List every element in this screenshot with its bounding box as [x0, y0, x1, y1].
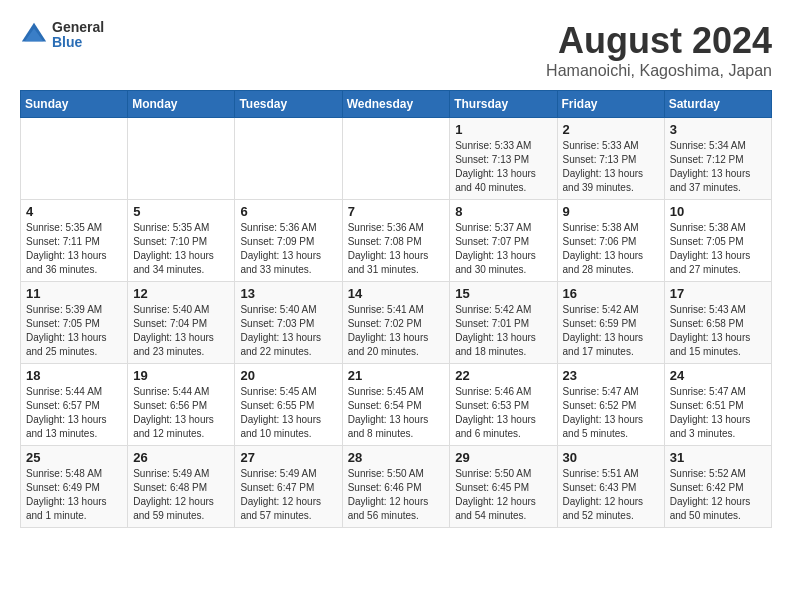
day-number: 8: [455, 204, 551, 219]
day-number: 4: [26, 204, 122, 219]
day-number: 11: [26, 286, 122, 301]
day-number: 2: [563, 122, 659, 137]
calendar-cell: 8Sunrise: 5:37 AM Sunset: 7:07 PM Daylig…: [450, 200, 557, 282]
calendar-cell: 4Sunrise: 5:35 AM Sunset: 7:11 PM Daylig…: [21, 200, 128, 282]
day-info: Sunrise: 5:50 AM Sunset: 6:46 PM Dayligh…: [348, 467, 445, 523]
day-info: Sunrise: 5:35 AM Sunset: 7:10 PM Dayligh…: [133, 221, 229, 277]
day-header: Friday: [557, 91, 664, 118]
day-number: 9: [563, 204, 659, 219]
calendar-week: 4Sunrise: 5:35 AM Sunset: 7:11 PM Daylig…: [21, 200, 772, 282]
day-info: Sunrise: 5:39 AM Sunset: 7:05 PM Dayligh…: [26, 303, 122, 359]
logo-blue-text: Blue: [52, 35, 104, 50]
day-info: Sunrise: 5:47 AM Sunset: 6:51 PM Dayligh…: [670, 385, 766, 441]
day-info: Sunrise: 5:37 AM Sunset: 7:07 PM Dayligh…: [455, 221, 551, 277]
day-info: Sunrise: 5:46 AM Sunset: 6:53 PM Dayligh…: [455, 385, 551, 441]
day-number: 5: [133, 204, 229, 219]
day-number: 22: [455, 368, 551, 383]
calendar-cell: 27Sunrise: 5:49 AM Sunset: 6:47 PM Dayli…: [235, 446, 342, 528]
day-number: 24: [670, 368, 766, 383]
day-number: 23: [563, 368, 659, 383]
day-info: Sunrise: 5:52 AM Sunset: 6:42 PM Dayligh…: [670, 467, 766, 523]
day-header: Thursday: [450, 91, 557, 118]
day-info: Sunrise: 5:42 AM Sunset: 6:59 PM Dayligh…: [563, 303, 659, 359]
day-info: Sunrise: 5:34 AM Sunset: 7:12 PM Dayligh…: [670, 139, 766, 195]
logo-icon: [20, 21, 48, 49]
day-number: 1: [455, 122, 551, 137]
calendar-cell: 23Sunrise: 5:47 AM Sunset: 6:52 PM Dayli…: [557, 364, 664, 446]
day-number: 6: [240, 204, 336, 219]
calendar-cell: 12Sunrise: 5:40 AM Sunset: 7:04 PM Dayli…: [128, 282, 235, 364]
day-info: Sunrise: 5:49 AM Sunset: 6:48 PM Dayligh…: [133, 467, 229, 523]
calendar-cell: 20Sunrise: 5:45 AM Sunset: 6:55 PM Dayli…: [235, 364, 342, 446]
day-info: Sunrise: 5:36 AM Sunset: 7:08 PM Dayligh…: [348, 221, 445, 277]
calendar-cell: 2Sunrise: 5:33 AM Sunset: 7:13 PM Daylig…: [557, 118, 664, 200]
calendar-cell: 29Sunrise: 5:50 AM Sunset: 6:45 PM Dayli…: [450, 446, 557, 528]
day-info: Sunrise: 5:50 AM Sunset: 6:45 PM Dayligh…: [455, 467, 551, 523]
calendar-cell: 14Sunrise: 5:41 AM Sunset: 7:02 PM Dayli…: [342, 282, 450, 364]
day-header: Saturday: [664, 91, 771, 118]
day-number: 12: [133, 286, 229, 301]
day-number: 26: [133, 450, 229, 465]
day-info: Sunrise: 5:45 AM Sunset: 6:54 PM Dayligh…: [348, 385, 445, 441]
calendar-cell: 18Sunrise: 5:44 AM Sunset: 6:57 PM Dayli…: [21, 364, 128, 446]
calendar-cell: [128, 118, 235, 200]
calendar-cell: 15Sunrise: 5:42 AM Sunset: 7:01 PM Dayli…: [450, 282, 557, 364]
day-info: Sunrise: 5:44 AM Sunset: 6:57 PM Dayligh…: [26, 385, 122, 441]
calendar-cell: 10Sunrise: 5:38 AM Sunset: 7:05 PM Dayli…: [664, 200, 771, 282]
calendar-header: SundayMondayTuesdayWednesdayThursdayFrid…: [21, 91, 772, 118]
calendar-cell: 6Sunrise: 5:36 AM Sunset: 7:09 PM Daylig…: [235, 200, 342, 282]
calendar-cell: 9Sunrise: 5:38 AM Sunset: 7:06 PM Daylig…: [557, 200, 664, 282]
month-title: August 2024: [546, 20, 772, 62]
calendar-cell: 3Sunrise: 5:34 AM Sunset: 7:12 PM Daylig…: [664, 118, 771, 200]
day-header: Monday: [128, 91, 235, 118]
day-info: Sunrise: 5:38 AM Sunset: 7:05 PM Dayligh…: [670, 221, 766, 277]
calendar-cell: 26Sunrise: 5:49 AM Sunset: 6:48 PM Dayli…: [128, 446, 235, 528]
day-info: Sunrise: 5:51 AM Sunset: 6:43 PM Dayligh…: [563, 467, 659, 523]
day-number: 21: [348, 368, 445, 383]
day-info: Sunrise: 5:43 AM Sunset: 6:58 PM Dayligh…: [670, 303, 766, 359]
day-number: 29: [455, 450, 551, 465]
calendar-cell: 25Sunrise: 5:48 AM Sunset: 6:49 PM Dayli…: [21, 446, 128, 528]
day-number: 27: [240, 450, 336, 465]
title-block: August 2024 Hamanoichi, Kagoshima, Japan: [546, 20, 772, 80]
day-info: Sunrise: 5:36 AM Sunset: 7:09 PM Dayligh…: [240, 221, 336, 277]
day-number: 31: [670, 450, 766, 465]
day-number: 14: [348, 286, 445, 301]
calendar-cell: [21, 118, 128, 200]
calendar-week: 1Sunrise: 5:33 AM Sunset: 7:13 PM Daylig…: [21, 118, 772, 200]
calendar-cell: 28Sunrise: 5:50 AM Sunset: 6:46 PM Dayli…: [342, 446, 450, 528]
day-number: 20: [240, 368, 336, 383]
calendar-cell: 19Sunrise: 5:44 AM Sunset: 6:56 PM Dayli…: [128, 364, 235, 446]
day-info: Sunrise: 5:42 AM Sunset: 7:01 PM Dayligh…: [455, 303, 551, 359]
header-row: SundayMondayTuesdayWednesdayThursdayFrid…: [21, 91, 772, 118]
day-info: Sunrise: 5:35 AM Sunset: 7:11 PM Dayligh…: [26, 221, 122, 277]
logo-text: General Blue: [52, 20, 104, 51]
location: Hamanoichi, Kagoshima, Japan: [546, 62, 772, 80]
calendar-week: 25Sunrise: 5:48 AM Sunset: 6:49 PM Dayli…: [21, 446, 772, 528]
calendar-week: 11Sunrise: 5:39 AM Sunset: 7:05 PM Dayli…: [21, 282, 772, 364]
day-number: 17: [670, 286, 766, 301]
calendar-cell: 7Sunrise: 5:36 AM Sunset: 7:08 PM Daylig…: [342, 200, 450, 282]
calendar-cell: [235, 118, 342, 200]
day-header: Sunday: [21, 91, 128, 118]
calendar-cell: 1Sunrise: 5:33 AM Sunset: 7:13 PM Daylig…: [450, 118, 557, 200]
day-info: Sunrise: 5:45 AM Sunset: 6:55 PM Dayligh…: [240, 385, 336, 441]
day-info: Sunrise: 5:49 AM Sunset: 6:47 PM Dayligh…: [240, 467, 336, 523]
day-info: Sunrise: 5:47 AM Sunset: 6:52 PM Dayligh…: [563, 385, 659, 441]
day-number: 3: [670, 122, 766, 137]
day-info: Sunrise: 5:44 AM Sunset: 6:56 PM Dayligh…: [133, 385, 229, 441]
day-number: 28: [348, 450, 445, 465]
calendar-cell: 22Sunrise: 5:46 AM Sunset: 6:53 PM Dayli…: [450, 364, 557, 446]
day-info: Sunrise: 5:41 AM Sunset: 7:02 PM Dayligh…: [348, 303, 445, 359]
day-info: Sunrise: 5:48 AM Sunset: 6:49 PM Dayligh…: [26, 467, 122, 523]
day-number: 25: [26, 450, 122, 465]
logo: General Blue: [20, 20, 104, 51]
day-info: Sunrise: 5:40 AM Sunset: 7:04 PM Dayligh…: [133, 303, 229, 359]
day-header: Wednesday: [342, 91, 450, 118]
calendar-cell: 13Sunrise: 5:40 AM Sunset: 7:03 PM Dayli…: [235, 282, 342, 364]
calendar-cell: 31Sunrise: 5:52 AM Sunset: 6:42 PM Dayli…: [664, 446, 771, 528]
page-header: General Blue August 2024 Hamanoichi, Kag…: [20, 20, 772, 80]
day-info: Sunrise: 5:38 AM Sunset: 7:06 PM Dayligh…: [563, 221, 659, 277]
day-info: Sunrise: 5:33 AM Sunset: 7:13 PM Dayligh…: [563, 139, 659, 195]
day-info: Sunrise: 5:40 AM Sunset: 7:03 PM Dayligh…: [240, 303, 336, 359]
